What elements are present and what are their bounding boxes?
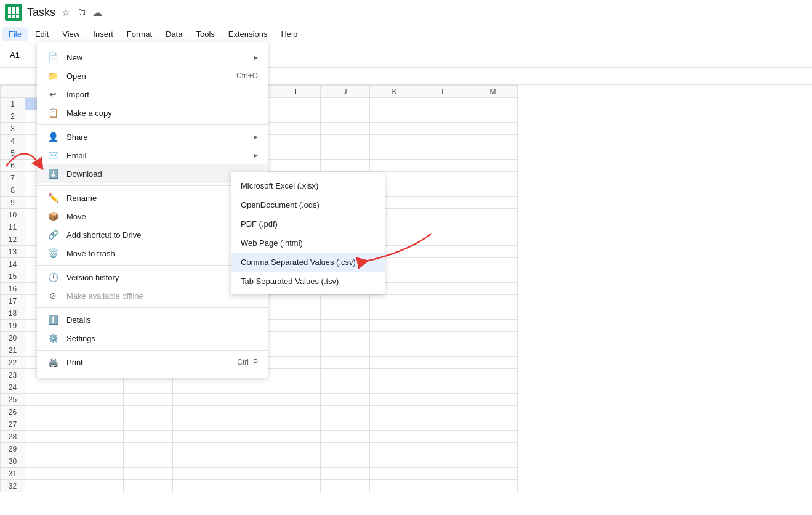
menu-insert[interactable]: Insert: [87, 27, 119, 41]
menu-email[interactable]: ✉️ Email ▸: [37, 146, 268, 164]
menu-open[interactable]: 📁 Open Ctrl+O: [37, 67, 268, 85]
menu-format[interactable]: Format: [121, 27, 158, 41]
grid-cell[interactable]: [419, 443, 468, 455]
folder-icon[interactable]: 🗂: [75, 6, 87, 19]
grid-cell[interactable]: [468, 394, 518, 406]
grid-cell[interactable]: [271, 418, 321, 431]
grid-cell[interactable]: [271, 98, 321, 110]
grid-cell[interactable]: [468, 270, 518, 283]
grid-cell[interactable]: [222, 480, 271, 492]
grid-cell[interactable]: [124, 443, 173, 455]
grid-cell[interactable]: [370, 332, 419, 344]
grid-cell[interactable]: [370, 455, 419, 468]
grid-cell[interactable]: [468, 295, 518, 307]
grid-cell[interactable]: [222, 381, 271, 394]
grid-cell[interactable]: [74, 418, 124, 431]
grid-cell[interactable]: [419, 307, 468, 320]
grid-cell[interactable]: [370, 123, 419, 135]
menu-edit[interactable]: Edit: [29, 27, 55, 41]
grid-cell[interactable]: [173, 406, 222, 418]
grid-cell[interactable]: [419, 295, 468, 307]
grid-cell[interactable]: [468, 221, 518, 233]
grid-cell[interactable]: [419, 209, 468, 221]
grid-cell[interactable]: [370, 147, 419, 160]
grid-cell[interactable]: [370, 418, 419, 431]
grid-cell[interactable]: [124, 406, 173, 418]
grid-cell[interactable]: [124, 455, 173, 468]
grid-cell[interactable]: [222, 431, 271, 443]
menu-help[interactable]: Help: [275, 27, 303, 41]
grid-cell[interactable]: [419, 283, 468, 295]
menu-data[interactable]: Data: [159, 27, 188, 41]
grid-cell[interactable]: [468, 172, 518, 184]
download-tsv[interactable]: Tab Separated Values (.tsv): [231, 272, 385, 291]
download-csv[interactable]: Comma Separated Values (.csv): [231, 253, 385, 272]
grid-cell[interactable]: [124, 418, 173, 431]
grid-cell[interactable]: [321, 110, 370, 123]
grid-cell[interactable]: [419, 357, 468, 369]
grid-cell[interactable]: [222, 406, 271, 418]
grid-cell[interactable]: [321, 480, 370, 492]
grid-cell[interactable]: [419, 394, 468, 406]
grid-cell[interactable]: [173, 455, 222, 468]
grid-cell[interactable]: [419, 270, 468, 283]
menu-make-copy[interactable]: 📋 Make a copy: [37, 103, 268, 122]
grid-cell[interactable]: [370, 320, 419, 332]
grid-cell[interactable]: [419, 418, 468, 431]
grid-cell[interactable]: [25, 480, 74, 492]
grid-cell[interactable]: [419, 468, 468, 480]
grid-cell[interactable]: [173, 468, 222, 480]
grid-cell[interactable]: [222, 394, 271, 406]
grid-cell[interactable]: [419, 160, 468, 172]
grid-cell[interactable]: [271, 295, 321, 307]
grid-cell[interactable]: [370, 431, 419, 443]
grid-cell[interactable]: [124, 468, 173, 480]
grid-cell[interactable]: [173, 381, 222, 394]
grid-cell[interactable]: [468, 455, 518, 468]
grid-cell[interactable]: [370, 381, 419, 394]
grid-cell[interactable]: [321, 295, 370, 307]
grid-cell[interactable]: [321, 344, 370, 357]
grid-cell[interactable]: [74, 394, 124, 406]
grid-cell[interactable]: [468, 98, 518, 110]
menu-extensions[interactable]: Extensions: [222, 27, 274, 41]
grid-cell[interactable]: [419, 246, 468, 258]
grid-cell[interactable]: [25, 431, 74, 443]
star-icon[interactable]: ☆: [60, 6, 71, 20]
grid-cell[interactable]: [468, 197, 518, 209]
grid-cell[interactable]: [321, 418, 370, 431]
grid-cell[interactable]: [321, 443, 370, 455]
grid-cell[interactable]: [173, 418, 222, 431]
cloud-icon[interactable]: ☁: [91, 6, 103, 20]
grid-cell[interactable]: [271, 468, 321, 480]
grid-cell[interactable]: [25, 381, 74, 394]
grid-cell[interactable]: [74, 480, 124, 492]
grid-cell[interactable]: [271, 344, 321, 357]
grid-cell[interactable]: [370, 344, 419, 357]
grid-cell[interactable]: [468, 258, 518, 270]
download-xlsx[interactable]: Microsoft Excel (.xlsx): [231, 176, 385, 195]
grid-cell[interactable]: [419, 455, 468, 468]
grid-cell[interactable]: [468, 357, 518, 369]
grid-cell[interactable]: [321, 135, 370, 147]
grid-cell[interactable]: [222, 468, 271, 480]
grid-cell[interactable]: [468, 110, 518, 123]
grid-cell[interactable]: [419, 320, 468, 332]
menu-import[interactable]: ↩ Import: [37, 85, 268, 103]
grid-cell[interactable]: [370, 443, 419, 455]
grid-cell[interactable]: [271, 455, 321, 468]
grid-cell[interactable]: [321, 332, 370, 344]
grid-cell[interactable]: [124, 480, 173, 492]
grid-cell[interactable]: [468, 307, 518, 320]
grid-cell[interactable]: [370, 295, 419, 307]
grid-cell[interactable]: [419, 172, 468, 184]
grid-cell[interactable]: [370, 98, 419, 110]
grid-cell[interactable]: [370, 480, 419, 492]
grid-cell[interactable]: [468, 283, 518, 295]
grid-cell[interactable]: [370, 110, 419, 123]
grid-cell[interactable]: [468, 160, 518, 172]
menu-tools[interactable]: Tools: [190, 27, 220, 41]
grid-cell[interactable]: [271, 431, 321, 443]
grid-cell[interactable]: [124, 431, 173, 443]
grid-cell[interactable]: [271, 147, 321, 160]
